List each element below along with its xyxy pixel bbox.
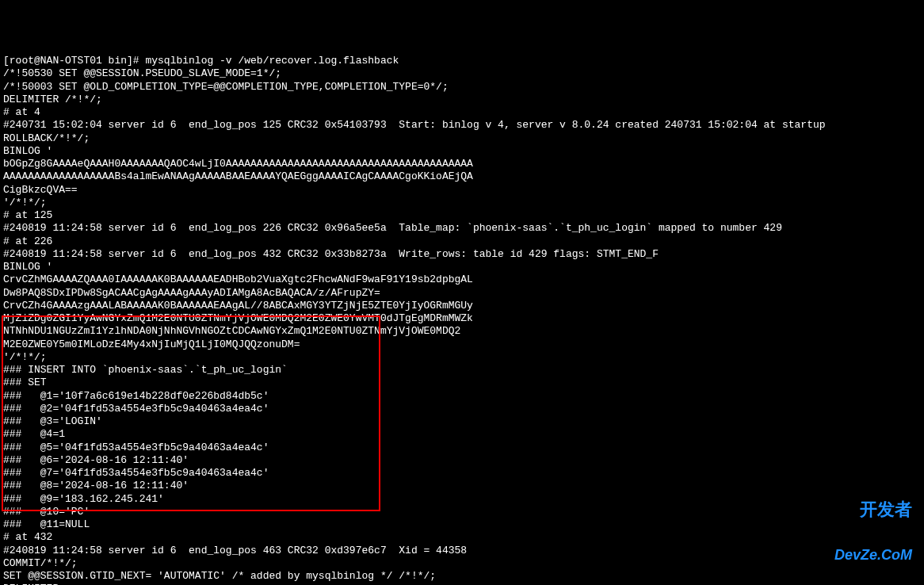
terminal-line: AAAAAAAAAAAAAAAAAABs4almEwANAAgAAAAABAAE… [3, 170, 921, 183]
terminal-line: # at 4 [3, 106, 921, 119]
terminal-line: NTNhNDU1NGUzZmI1YzlhNDA0NjNhNGVhNGOZtCDC… [3, 325, 921, 338]
terminal-line: BINLOG ' [3, 145, 921, 158]
terminal-line: ROLLBACK/*!*/; [3, 132, 921, 145]
terminal-line: MjZiZDg0ZGI1YyAwNGYxZmQ1M2E0NTU0ZTNmYjVj… [3, 312, 921, 325]
terminal-line: SET @@SESSION.GTID_NEXT= 'AUTOMATIC' /* … [3, 570, 921, 583]
terminal-line: ### @11=NULL [3, 518, 921, 531]
terminal-line: #240819 11:24:58 server id 6 end_log_pos… [3, 222, 921, 235]
terminal-line: ### @7='04f1fd53a4554e3fb5c9a40463a4ea4c… [3, 467, 921, 480]
terminal-line: CrvCZh4GAAAAzgAAALABAAAAAK0BAAAAAAEAAgAL… [3, 300, 921, 312]
terminal-line: ### @6='2024-08-16 12:11:40' [3, 454, 921, 467]
terminal-line: # at 432 [3, 531, 921, 544]
terminal-line: # at 226 [3, 235, 921, 248]
terminal-line: CigBkzcQVA== [3, 184, 921, 197]
terminal-line: BINLOG ' [3, 261, 921, 273]
terminal-line: #240819 11:24:58 server id 6 end_log_pos… [3, 545, 921, 557]
terminal-line: Dw8PAQ8SDxIPDw8SgACAACgAgAAAAgAAAyADIAMg… [3, 287, 921, 300]
terminal-line: /*!50530 SET @@SESSION.PSEUDO_SLAVE_MODE… [3, 67, 921, 80]
terminal-line: #240819 11:24:58 server id 6 end_log_pos… [3, 248, 921, 261]
terminal-line: ### @3='LOGIN' [3, 415, 921, 428]
terminal-line: DELIMITER /*!*/; [3, 94, 921, 106]
terminal-line: CrvCZhMGAAAAZQAAA0IAAAAAAK0BAAAAAAEADHBo… [3, 273, 921, 286]
terminal-line: '/*!*/; [3, 351, 921, 364]
terminal-line: ### @5='04f1fd53a4554e3fb5c9a40463a4ea4c… [3, 442, 921, 454]
terminal-line: '/*!*/; [3, 197, 921, 209]
terminal-line: /*!50003 SET @OLD_COMPLETION_TYPE=@@COMP… [3, 81, 921, 94]
terminal-line: ### @4=1 [3, 428, 921, 441]
terminal-line: ### @2='04f1fd53a4554e3fb5c9a40463a4ea4c… [3, 403, 921, 415]
terminal-line: ### @1='10f7a6c619e14b228df0e226bd84db5c… [3, 390, 921, 403]
terminal-line: [root@NAN-OTST01 bin]# mysqlbinlog -v /w… [3, 55, 921, 67]
terminal-line: ### SET [3, 377, 921, 389]
terminal-line: # at 125 [3, 209, 921, 222]
terminal-line: M2E0ZWE0Y5m0IMLoDzE4My4xNjIuMjQ1LjI0MQJQ… [3, 338, 921, 351]
terminal-line: ### @10='PC' [3, 506, 921, 518]
terminal-output: [root@NAN-OTST01 bin]# mysqlbinlog -v /w… [3, 55, 921, 585]
terminal-line: ### INSERT INTO `phoenix-saas`.`t_ph_uc_… [3, 364, 921, 377]
terminal-line: ### @8='2024-08-16 12:11:40' [3, 480, 921, 492]
terminal-line: ### @9='183.162.245.241' [3, 493, 921, 506]
terminal-line: bOGpZg8GAAAAeQAAAH0AAAAAAAQAOC4wLjI0AAAA… [3, 158, 921, 170]
terminal-line: #240731 15:02:04 server id 6 end_log_pos… [3, 119, 921, 132]
terminal-line: COMMIT/*!*/; [3, 557, 921, 570]
